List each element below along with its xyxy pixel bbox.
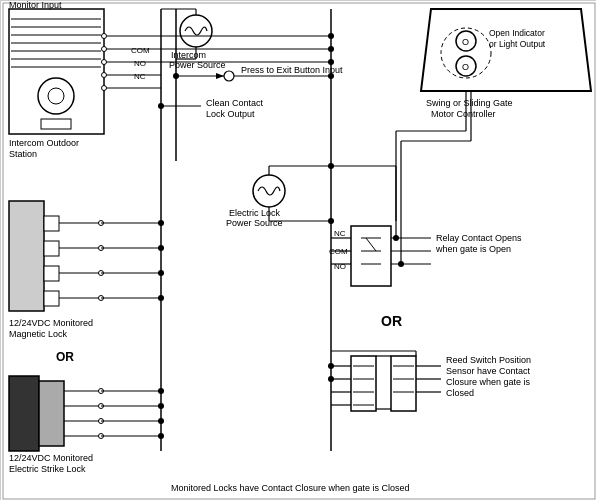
svg-point-76 <box>158 295 164 301</box>
svg-point-122 <box>328 363 334 369</box>
svg-rect-12 <box>41 119 71 129</box>
svg-rect-57 <box>44 216 59 231</box>
svg-rect-79 <box>39 381 64 446</box>
svg-point-144 <box>398 261 404 267</box>
swing-gate-label: Swing or Sliding Gate <box>426 98 513 108</box>
svg-point-36 <box>173 73 179 79</box>
wiring-diagram: Monitor Input Intercom Outdoor Station I… <box>0 0 596 500</box>
svg-point-18 <box>102 34 107 39</box>
svg-rect-59 <box>44 266 59 281</box>
svg-rect-110 <box>391 356 416 411</box>
svg-point-20 <box>102 60 107 65</box>
svg-point-40 <box>158 103 164 109</box>
svg-text:Power Source: Power Source <box>226 218 283 228</box>
svg-rect-56 <box>9 201 44 311</box>
svg-rect-60 <box>44 291 59 306</box>
svg-text:Electric Strike Lock: Electric Strike Lock <box>9 464 86 474</box>
svg-rect-97 <box>351 226 391 286</box>
open-indicator-label: Open Indicator <box>489 28 545 38</box>
svg-text:Closed: Closed <box>446 388 474 398</box>
clean-contact-label: Clean Contact <box>206 98 264 108</box>
svg-rect-2 <box>9 9 104 134</box>
svg-point-140 <box>393 235 399 241</box>
svg-text:Station: Station <box>9 149 37 159</box>
svg-rect-58 <box>44 241 59 256</box>
svg-text:O: O <box>462 37 469 47</box>
svg-point-41 <box>253 175 285 207</box>
reed-switch-label: Reed Switch Position <box>446 355 531 365</box>
svg-text:Lock Output: Lock Output <box>206 109 255 119</box>
com-label-1: COM <box>131 46 150 55</box>
svg-point-93 <box>158 403 164 409</box>
svg-text:when gate is Open: when gate is Open <box>435 244 511 254</box>
svg-point-74 <box>158 245 164 251</box>
magnetic-lock-label: 12/24VDC Monitored <box>9 318 93 328</box>
svg-text:Closure when gate is: Closure when gate is <box>446 377 531 387</box>
svg-point-32 <box>224 71 234 81</box>
svg-point-94 <box>158 418 164 424</box>
svg-text:Sensor have Contact: Sensor have Contact <box>446 366 531 376</box>
svg-point-53 <box>328 33 334 39</box>
monitor-input-label: Monitor Input <box>9 1 62 10</box>
or-label-2: OR <box>381 313 402 329</box>
nc-label-1: NC <box>134 72 146 81</box>
svg-point-73 <box>158 220 164 226</box>
no-label-relay: NO <box>334 262 346 271</box>
relay-contact-label: Relay Contact Opens <box>436 233 522 243</box>
svg-point-123 <box>328 376 334 382</box>
svg-text:or Light Output: or Light Output <box>489 39 546 49</box>
svg-point-75 <box>158 270 164 276</box>
svg-point-21 <box>102 73 107 78</box>
electric-lock-power-label: Electric Lock <box>229 208 281 218</box>
svg-point-55 <box>328 59 334 65</box>
svg-text:O: O <box>462 62 469 72</box>
svg-point-22 <box>102 86 107 91</box>
press-to-exit-label: Press to Exit Button Input <box>241 65 343 75</box>
intercom-outdoor-label: Intercom Outdoor <box>9 138 79 148</box>
svg-point-92 <box>158 388 164 394</box>
svg-rect-78 <box>9 376 39 451</box>
svg-text:Magnetic Lock: Magnetic Lock <box>9 329 68 339</box>
svg-point-54 <box>328 46 334 52</box>
svg-point-24 <box>180 15 212 47</box>
com-label-relay: COM <box>329 247 348 256</box>
svg-rect-109 <box>351 356 376 411</box>
monitored-locks-note: Monitored Locks have Contact Closure whe… <box>171 483 410 493</box>
svg-point-19 <box>102 47 107 52</box>
svg-text:Motor Controller: Motor Controller <box>431 109 496 119</box>
svg-point-95 <box>158 433 164 439</box>
nc-label-relay: NC <box>334 229 346 238</box>
electric-strike-label: 12/24VDC Monitored <box>9 453 93 463</box>
or-label-1: OR <box>56 350 74 364</box>
no-label-1: NO <box>134 59 146 68</box>
